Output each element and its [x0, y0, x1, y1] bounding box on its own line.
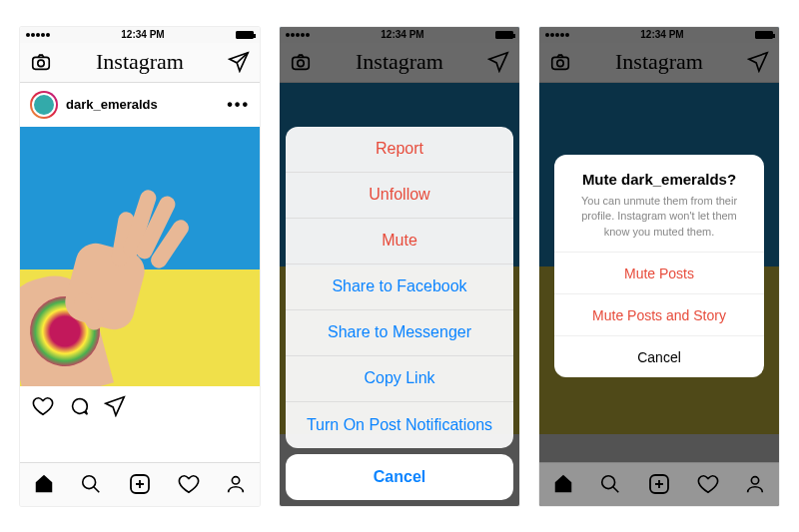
post-header: dark_emeralds ••• [20, 83, 260, 127]
activity-tab-icon[interactable] [178, 473, 200, 495]
profile-tab-icon[interactable] [225, 473, 247, 495]
home-tab-icon[interactable] [552, 473, 574, 495]
mute-posts-story-button[interactable]: Mute Posts and Story [554, 293, 764, 335]
post-image[interactable] [20, 127, 260, 386]
action-copy-link[interactable]: Copy Link [286, 356, 513, 402]
svg-point-11 [752, 477, 759, 484]
phone-mute-alert: 12:34 PM Instagram Mute dark_emeralds? Y… [539, 27, 779, 506]
comment-icon[interactable] [68, 395, 90, 417]
add-tab-icon[interactable] [128, 472, 152, 496]
app-title: Instagram [96, 49, 184, 75]
alert-title: Mute dark_emeralds? [568, 171, 750, 188]
post-username[interactable]: dark_emeralds [66, 97, 219, 112]
phone-feed: 12:34 PM Instagram dark_emeralds ••• [20, 27, 260, 506]
mute-posts-button[interactable]: Mute Posts [554, 252, 764, 293]
action-mute[interactable]: Mute [286, 219, 513, 265]
post-actions [20, 386, 260, 426]
activity-tab-icon[interactable] [697, 473, 719, 495]
mute-cancel-button[interactable]: Cancel [554, 335, 764, 377]
svg-point-1 [38, 60, 44, 66]
status-right [236, 31, 254, 39]
alert-header: Mute dark_emeralds? You can unmute them … [554, 155, 764, 252]
home-tab-icon[interactable] [33, 473, 55, 495]
status-bar: 12:34 PM [20, 27, 260, 43]
action-sheet: Report Unfollow Mute Share to Facebook S… [286, 127, 513, 448]
avatar[interactable] [30, 91, 58, 119]
svg-point-4 [233, 477, 240, 484]
svg-rect-0 [33, 57, 50, 69]
nav-bar: Instagram [20, 43, 260, 83]
action-share-facebook[interactable]: Share to Facebook [286, 265, 513, 310]
post-image-content [20, 187, 200, 386]
search-tab-icon[interactable] [80, 473, 102, 495]
battery-icon [236, 31, 254, 39]
action-report[interactable]: Report [286, 127, 513, 173]
share-icon[interactable] [104, 395, 126, 417]
svg-point-9 [602, 476, 615, 489]
alert-message: You can unmute them from their profile. … [568, 194, 750, 240]
signal-icon [26, 33, 50, 37]
camera-icon[interactable] [30, 51, 52, 73]
action-share-messenger[interactable]: Share to Messenger [286, 310, 513, 356]
action-unfollow[interactable]: Unfollow [286, 173, 513, 219]
action-notifications[interactable]: Turn On Post Notifications [286, 402, 513, 448]
action-sheet-overlay[interactable]: Report Unfollow Mute Share to Facebook S… [280, 27, 519, 506]
tab-bar [20, 462, 260, 506]
svg-point-2 [83, 476, 96, 489]
tab-bar [539, 462, 779, 506]
more-options-button[interactable]: ••• [227, 96, 250, 114]
mute-alert: Mute dark_emeralds? You can unmute them … [554, 155, 764, 377]
like-icon[interactable] [32, 395, 54, 417]
action-cancel[interactable]: Cancel [286, 454, 513, 500]
profile-tab-icon[interactable] [744, 473, 766, 495]
status-time: 12:34 PM [121, 29, 164, 40]
phone-action-sheet: 12:34 PM Instagram Report Unfollow Mute … [280, 27, 519, 506]
alert-overlay[interactable]: Mute dark_emeralds? You can unmute them … [539, 27, 779, 506]
status-left [26, 33, 50, 37]
search-tab-icon[interactable] [599, 473, 621, 495]
send-icon[interactable] [228, 51, 250, 73]
add-tab-icon[interactable] [647, 472, 671, 496]
